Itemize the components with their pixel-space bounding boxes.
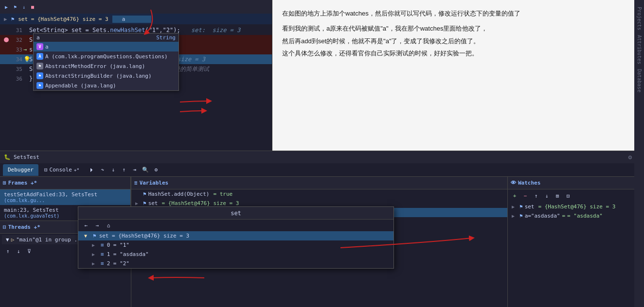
watch-item-set[interactable]: ▶ ⚑ set = {HashSet@476} size = 3 [508,202,644,211]
ac-item-a[interactable]: V a [34,42,179,51]
frame-sub-0: (com.lxk.gu... [4,198,126,203]
inspector-back-btn[interactable]: ← [81,221,91,230]
watch-icon: ⚑ [11,16,15,22]
annotation-text: 在如图的地方上添加个watches，然后你就可以写代码，修改运行状态下的变量的值… [282,8,634,59]
debug-tab-bar: Debugger ⊡ Console +* ⏵ ↷ ↓ ↑ ⇥ 🔍 ⚙ [0,163,644,177]
watch-a-icon: ⚑ [519,213,523,219]
inspector-forward-btn[interactable]: → [92,221,102,230]
ac-item-A[interactable]: A A (com.lxk.programQuestions.Questions) [34,51,179,61]
watch-up-btn[interactable]: ↑ [531,191,541,201]
watches-toolbar: + − ↑ ↓ ⊞ ⊡ [508,189,644,202]
ac-badge-a: A [36,53,43,60]
variables-label: Variables [140,180,169,186]
inspector-popup: set ← → ⌂ ▼ ⚑ set = {HashSet@476} size =… [78,206,394,269]
watch-input[interactable]: a [112,16,151,23]
watch-copy-btn[interactable]: ⊞ [553,191,562,201]
inspector-0-icon: ≡ [101,242,104,248]
inspector-set-icon: ⚑ [93,233,96,239]
watch-expand-btn[interactable]: ⊡ [563,191,573,201]
ac-badge-v: V [36,43,43,50]
stop-icon[interactable]: ■ [29,3,36,10]
sidebar-attributes[interactable]: Attributes [637,33,642,66]
thread-filter-btn[interactable]: ⊽ [24,246,34,256]
ac-item-label: AbstractMethodError (java.lang) [45,63,145,69]
inspector-0-label: 0 = "1" [107,242,129,248]
frames-header: ⊞ Frames +* [0,177,130,189]
step-over-btn[interactable]: ↷ [98,165,107,175]
debug-titlebar: 🐛 SetsTest ⚙ ▼ [0,151,644,163]
watches-scroll[interactable]: ▶ ⚑ set = {HashSet@476} size = 3 ▶ ⚑ a="… [508,202,644,307]
sidebar-projects[interactable]: Projects [637,5,642,32]
watches-icon: 👁 [511,180,516,186]
inspector-1-label: 1 = "asdasda" [107,251,149,257]
inspector-item-2[interactable]: ▶ ≡ 2 = "2" [78,259,394,268]
resume-btn[interactable]: ⏵ [87,165,97,175]
annotation-line3: 然后再add到set的时候，他就不再是"a"了，变成了我修改之后的值了。 [282,35,634,47]
code-editor: ▶ ⚑ ↓ ■ ▶ ⚑ set = {HashSet@476} size = 3… [0,0,272,151]
thread-expand[interactable]: ▼ [6,237,9,243]
step-icon[interactable]: ↓ [20,3,27,10]
tab-console[interactable]: ⊡ Console +* [39,164,84,176]
console-icon: ⊡ [44,167,48,173]
right-sidebar: Projects Attributes Database [634,0,644,307]
inspector-item-set[interactable]: ▼ ⚑ set = {HashSet@476} size = 3 [78,231,394,240]
watch-value: set = {HashSet@476} size = 3 [18,16,108,22]
inspector-item-1[interactable]: ▶ ≡ 1 = "asdasda" [78,250,394,259]
ac-item-AbstractStringBuilder[interactable]: ⚑ AbstractStringBuilder (java.lang) [34,71,179,81]
ac-item-Appendable[interactable]: ⚑ Appendable (java.lang) [34,81,179,90]
frame-item-0[interactable]: testSetAddFailed:33, SetsTest (com.lxk.g… [0,189,130,205]
ac-item-label: AbstractStringBuilder (java.lang) [45,73,152,79]
thread-up-btn[interactable]: ↑ [3,246,13,256]
thread-icon: ▷ [11,237,15,243]
evaluate-btn[interactable]: 🔍 [141,165,150,175]
inspector-1-icon: ≡ [101,251,104,257]
watch-item-a[interactable]: ▶ ⚑ a="asdasda" = = "asdasda" [508,211,644,221]
step-out-btn[interactable]: ↑ [119,165,129,175]
annotation-line2: 看到我的测试，a原来在代码被赋值"a"，我在那个watches里面给他改了， [282,23,634,34]
watch-add-btn[interactable]: + [510,191,519,201]
threads-label: Threads +* [8,224,40,230]
settings-btn[interactable]: ⚙ [151,165,161,175]
tab-debugger[interactable]: Debugger [3,164,38,176]
variables-icon: ≡ [134,180,138,186]
ac-badge-m: ⚑ [36,63,43,69]
settings-icon[interactable]: ⚙ [628,154,632,161]
autocomplete-dropdown: a String V a A A (com.lxk.programQuestio… [33,33,179,91]
debug-title: SetsTest [14,154,39,160]
var-hashset-icon: ⚑ [143,191,146,197]
step-into-btn[interactable]: ↓ [108,165,118,175]
sidebar-database[interactable]: Database [637,67,642,94]
debug-run-icon[interactable]: ⚑ [12,3,18,10]
var-item-hashset-add[interactable]: ⚑ HashSet.add(Object) = true [131,189,507,199]
ac-header: a String [34,34,179,42]
debugger-tab-label: Debugger [8,167,34,173]
watch-expand-arrow[interactable]: ▶ [4,16,7,22]
console-tab-label: Console [50,167,72,173]
inspector-2-label: 2 = "2" [107,260,129,267]
watch-down-btn[interactable]: ↓ [542,191,552,201]
run-to-cursor-btn[interactable]: ⇥ [130,165,140,175]
inspector-toolbar: ← → ⌂ [78,220,394,231]
inspector-title: set [78,207,394,220]
ac-badge-a2: ⚑ [36,72,43,79]
ac-item-label: A (com.lxk.programQuestions.Questions) [45,53,168,60]
watch-remove-btn[interactable]: − [520,191,530,201]
annotation-line4: 这个具体怎么修改，还得看官你自己实际测试的时候，好好实验一把。 [282,48,634,59]
ac-item-label: a [45,44,49,50]
inspector-item-0[interactable]: ▶ ≡ 0 = "1" [78,240,394,250]
inspector-home-btn[interactable]: ⌂ [104,221,113,230]
thread-down-btn[interactable]: ↓ [14,246,23,256]
ac-badge-a3: ⚑ [36,82,43,89]
ac-item-AbstractMethodError[interactable]: ⚑ AbstractMethodError (java.lang) [34,61,179,71]
frame-main-0: testSetAddFailed:33, SetsTest [4,191,126,198]
watches-panel: 👁 Watches + + − ↑ ↓ ⊞ ⊡ ▶ ⚑ set = {Ha [508,177,644,307]
annotation-panel: 在如图的地方上添加个watches，然后你就可以写代码，修改运行状态下的变量的值… [272,0,644,151]
ac-item-label: Appendable (java.lang) [45,83,116,89]
watches-header: 👁 Watches + [508,177,644,189]
thread-name: "main"@1 in group ... [16,237,84,243]
ac-prefix: a [36,34,40,41]
editor-toolbar: ▶ ⚑ ↓ ■ [0,0,272,14]
run-icon[interactable]: ▶ [3,3,10,10]
ac-type: String [156,34,176,41]
inspector-2-icon: ≡ [101,260,104,267]
